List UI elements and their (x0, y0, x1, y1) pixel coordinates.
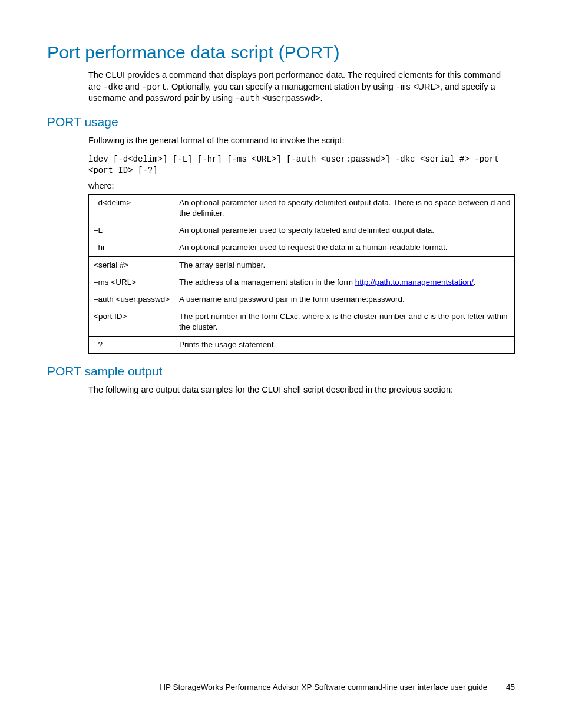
table-row: –? Prints the usage statement. (89, 336, 515, 353)
param-option: –hr (89, 239, 174, 256)
page-footer: HP StorageWorks Performance Advisor XP S… (0, 683, 562, 691)
code-auth: -auth (235, 94, 260, 103)
sample-heading: PORT sample output (47, 364, 515, 378)
code-port: -port (142, 83, 167, 92)
param-desc: A username and password pair in the form… (174, 291, 515, 308)
param-desc: An optional parameter used to specify la… (174, 222, 515, 239)
param-option: –? (89, 336, 174, 353)
usage-heading: PORT usage (47, 115, 515, 129)
table-row: <serial #> The array serial number. (89, 256, 515, 274)
code-ms: -ms (396, 83, 411, 92)
sample-lead: The following are output data samples fo… (88, 384, 515, 396)
code-dkc: -dkc (103, 83, 123, 92)
param-option: <port ID> (89, 308, 174, 336)
footer-text: HP StorageWorks Performance Advisor XP S… (160, 683, 487, 691)
usage-code: ldev [-d<delim>] [-L] [-hr] [-ms <URL>] … (88, 154, 515, 176)
table-row: –ms <URL> The address of a management st… (89, 274, 515, 291)
page-number: 45 (506, 683, 515, 691)
usage-block: Following is the general format of the c… (88, 135, 515, 354)
param-option: –d<delim> (89, 194, 174, 222)
table-row: –hr An optional parameter used to reques… (89, 239, 515, 256)
where-label: where: (88, 181, 515, 190)
table-row: <port ID> The port number in the form CL… (89, 308, 515, 336)
intro-paragraph: The CLUI provides a command that display… (88, 70, 515, 104)
param-desc: Prints the usage statement. (174, 336, 515, 353)
parameter-table: –d<delim> An optional parameter used to … (88, 194, 515, 354)
param-desc: An optional parameter used to request th… (174, 239, 515, 256)
param-option: –L (89, 222, 174, 239)
management-station-link[interactable]: http://path.to.managementstation/ (355, 278, 474, 286)
usage-lead: Following is the general format of the c… (88, 135, 515, 147)
param-option: –auth <user:passwd> (89, 291, 174, 308)
param-desc: The address of a management station in t… (174, 274, 515, 291)
intro-text-2: and (123, 82, 142, 91)
param-desc: The array serial number. (174, 256, 515, 274)
param-desc-pre: The address of a management station in t… (179, 278, 355, 286)
table-row: –auth <user:passwd> A username and passw… (89, 291, 515, 308)
table-row: –d<delim> An optional parameter used to … (89, 194, 515, 222)
sample-block: The following are output data samples fo… (88, 384, 515, 396)
param-option: –ms <URL> (89, 274, 174, 291)
param-desc-post: . (474, 278, 476, 286)
param-option: <serial #> (89, 256, 174, 274)
param-desc: The port number in the form CLxc, where … (174, 308, 515, 336)
page-content: Port performance data script (PORT) The … (0, 0, 562, 396)
intro-text-5: <user:passwd>. (260, 93, 322, 103)
page-title: Port performance data script (PORT) (47, 42, 515, 62)
intro-block: The CLUI provides a command that display… (88, 70, 515, 104)
table-row: –L An optional parameter used to specify… (89, 222, 515, 239)
intro-text-3: . Optionally, you can specify a manageme… (167, 82, 396, 91)
param-desc: An optional parameter used to specify de… (174, 194, 515, 222)
